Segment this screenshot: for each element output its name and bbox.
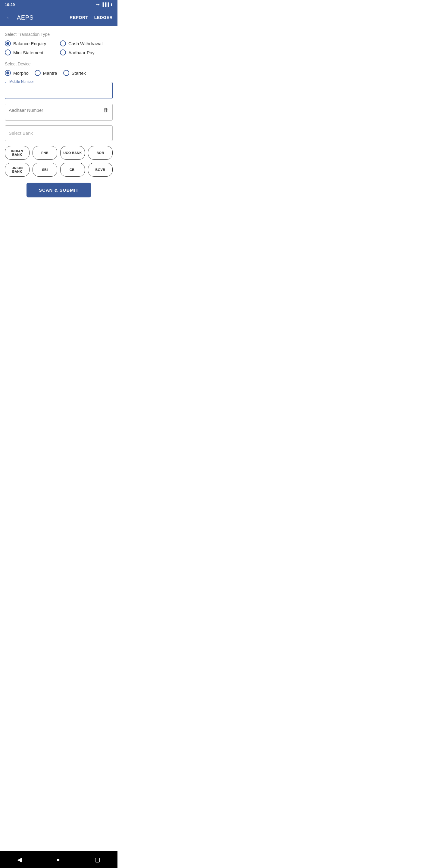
device-mantra[interactable]: Mantra — [35, 70, 57, 76]
bottom-nav: ◀ ● ▢ — [0, 851, 118, 868]
back-button[interactable]: ← — [5, 13, 13, 22]
page-title: AEPS — [17, 14, 70, 21]
balance-enquiry-radio[interactable] — [5, 40, 11, 46]
app-header: ← AEPS REPORT LEDGER — [0, 9, 118, 26]
mini-statement-radio[interactable] — [5, 50, 11, 56]
scan-submit-button[interactable]: SCAN & SUBMIT — [27, 183, 91, 197]
bank-grid: INDIAN BANK PNB UCO BANK BOB UNION BANK … — [5, 146, 112, 177]
transaction-type-group: Balance Enquiry Cash Withdrawal Mini Sta… — [5, 40, 112, 56]
mobile-number-input[interactable] — [9, 85, 109, 92]
aadhaar-pay-label: Aadhaar Pay — [68, 50, 95, 55]
nav-back-icon[interactable]: ◀ — [12, 855, 27, 864]
transaction-balance-enquiry[interactable]: Balance Enquiry — [5, 40, 58, 46]
device-morpho[interactable]: Morpho — [5, 70, 29, 76]
device-group: Morpho Mantra Startek — [5, 70, 112, 76]
main-content: Select Transaction Type Balance Enquiry … — [0, 26, 118, 204]
select-bank-container[interactable]: Select Bank — [5, 125, 112, 141]
report-button[interactable]: REPORT — [70, 15, 88, 20]
cash-withdrawal-radio[interactable] — [60, 40, 66, 46]
select-bank-placeholder: Select Bank — [9, 130, 33, 135]
mini-statement-label: Mini Statement — [13, 50, 43, 55]
cash-withdrawal-label: Cash Withdrawal — [68, 41, 102, 46]
battery-icon: ▮ — [110, 2, 112, 7]
bank-cbi[interactable]: CBI — [60, 163, 85, 177]
transaction-mini-statement[interactable]: Mini Statement — [5, 50, 58, 56]
bank-pnb[interactable]: PNB — [33, 146, 57, 160]
header-actions: REPORT LEDGER — [70, 15, 112, 20]
device-startek[interactable]: Startek — [63, 70, 86, 76]
nav-recents-icon[interactable]: ▢ — [90, 855, 105, 864]
bank-sbi[interactable]: SBI — [33, 163, 57, 177]
aadhaar-input-row: 🗑 — [9, 106, 109, 114]
aadhaar-delete-icon[interactable]: 🗑 — [103, 107, 109, 113]
bank-indian-bank[interactable]: INDIAN BANK — [5, 146, 30, 160]
nav-home-icon[interactable]: ● — [52, 855, 65, 864]
morpho-radio[interactable] — [5, 70, 11, 76]
balance-enquiry-label: Balance Enquiry — [13, 41, 46, 46]
mantra-label: Mantra — [43, 70, 57, 76]
status-bar: 10:29 ▾▾ ▐▐▐ ▮ — [0, 0, 118, 9]
status-icons: ▾▾ ▐▐▐ ▮ — [96, 2, 112, 7]
signal-icon: ▐▐▐ — [101, 2, 109, 7]
morpho-label: Morpho — [13, 70, 29, 76]
transaction-type-label: Select Transaction Type — [5, 32, 112, 37]
ledger-button[interactable]: LEDGER — [94, 15, 112, 20]
aadhaar-pay-radio[interactable] — [60, 50, 66, 56]
bank-bob[interactable]: BOB — [88, 146, 112, 160]
transaction-aadhaar-pay[interactable]: Aadhaar Pay — [60, 50, 112, 56]
device-section-label: Select Device — [5, 61, 112, 66]
mantra-radio[interactable] — [35, 70, 41, 76]
mobile-number-container: Mobile Number — [5, 82, 112, 99]
bank-uco-bank[interactable]: UCO BANK — [60, 146, 85, 160]
bank-union-bank[interactable]: UNION BANK — [5, 163, 30, 177]
aadhaar-number-container: 🗑 — [5, 104, 112, 121]
startek-label: Startek — [72, 70, 86, 76]
wifi-icon: ▾▾ — [96, 2, 100, 7]
status-time: 10:29 — [5, 2, 15, 7]
mobile-number-label: Mobile Number — [8, 80, 35, 84]
startek-radio[interactable] — [63, 70, 69, 76]
aadhaar-number-input[interactable] — [9, 106, 103, 114]
bank-bgvb[interactable]: BGVB — [88, 163, 112, 177]
transaction-cash-withdrawal[interactable]: Cash Withdrawal — [60, 40, 112, 46]
